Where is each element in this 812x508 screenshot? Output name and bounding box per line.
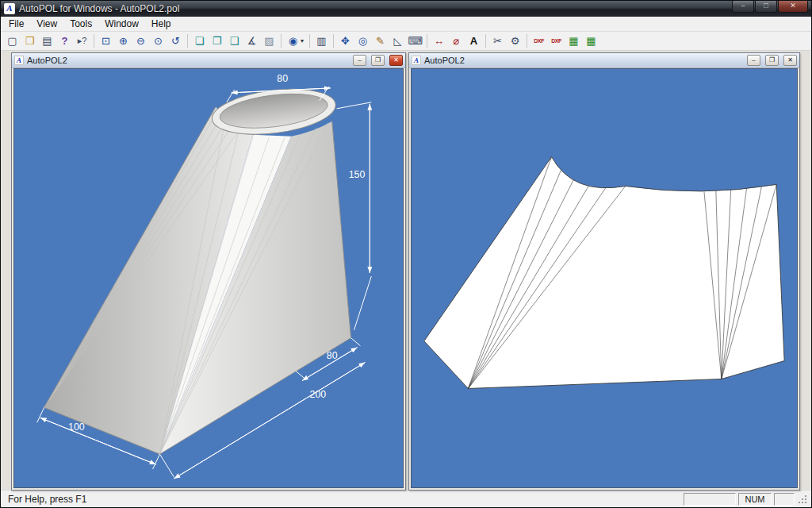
menu-help[interactable]: Help [145, 17, 178, 31]
minimize-button[interactable]: – [732, 1, 754, 13]
zoom-window-icon[interactable]: ⊡ [98, 33, 114, 49]
geometry-import-icon[interactable]: ▦ [583, 33, 599, 49]
child-flat-minimize-button[interactable]: – [747, 55, 760, 66]
toolbar-separator [94, 34, 94, 48]
status-bar: For Help, press F1 NUM [1, 490, 811, 507]
view-hidden-line-icon[interactable]: ❐ [209, 33, 225, 49]
menu-tools[interactable]: Tools [63, 17, 98, 31]
unfold-icon[interactable]: ✂ [489, 33, 506, 49]
window-title: AutoPOL for Windows - AutoPOL2.pol [19, 3, 728, 14]
menu-view[interactable]: View [30, 17, 63, 31]
resize-grip[interactable] [797, 493, 808, 506]
menu-bar: File View Tools Window Help [1, 17, 811, 32]
toolbar-separator [485, 34, 486, 48]
material-dropdown-arrow-icon[interactable]: ▾ [301, 37, 304, 44]
redraw-icon[interactable]: ↺ [167, 33, 184, 49]
child-3d-minimize-button[interactable]: – [353, 55, 366, 66]
toolbar-separator [281, 34, 282, 48]
child-flat-close-button[interactable]: ✕ [783, 55, 797, 66]
window-controls: – □ ✕ [732, 1, 808, 13]
child-flat-restore-button[interactable]: ❐ [765, 55, 779, 66]
toolbar-separator [187, 34, 188, 48]
help-icon[interactable]: ? [56, 33, 73, 49]
print-icon[interactable]: ▤ [39, 33, 56, 49]
flat-pattern [424, 157, 784, 389]
app-window: A AutoPOL for Windows - AutoPOL2.pol – □… [0, 0, 812, 508]
view-shaded-icon[interactable]: ❑ [226, 33, 243, 49]
dim-width: 100 [68, 421, 85, 433]
dim-length: 200 [310, 389, 327, 400]
dim-top-width: 80 [277, 73, 288, 84]
menu-window[interactable]: Window [98, 17, 145, 31]
maximize-button[interactable]: □ [755, 1, 777, 13]
child-flat-title-bar[interactable]: A AutoPOL2 – ❐ ✕ [409, 53, 799, 68]
app-logo-icon[interactable]: A [4, 3, 15, 14]
transition-model-3d [44, 83, 351, 455]
diameter-icon[interactable]: ⌀ [448, 33, 465, 49]
distance-icon[interactable]: ↔ [431, 33, 447, 49]
child-3d-title-bar[interactable]: A AutoPOL2 – ❐ ✕ [12, 53, 405, 68]
toolbar: ▢ ❒ ▤ ? ▸? ⊡ ⊕ ⊖ ⊙ ↺ ❏ ❐ ❑ ∡ ▨ ◉ ▾ ▥ ✥ ◎… [1, 32, 811, 51]
child-3d-close-button[interactable]: ✕ [389, 55, 403, 66]
dim-height: 150 [349, 169, 366, 180]
zoom-out-icon[interactable]: ⊖ [132, 33, 149, 49]
zoom-in-icon[interactable]: ⊕ [115, 33, 132, 49]
child-3d-restore-button[interactable]: ❐ [371, 55, 385, 66]
viewport-flat-client [411, 68, 798, 488]
new-document-icon[interactable]: ▢ [4, 33, 21, 49]
menu-file[interactable]: File [2, 17, 30, 31]
status-cell-empty-2 [774, 493, 795, 506]
close-button[interactable]: ✕ [778, 1, 808, 13]
pan-icon[interactable]: ✥ [337, 33, 354, 49]
sketch-icon[interactable]: ✎ [372, 33, 389, 49]
mdi-area: A AutoPOL2 – ❐ ✕ [1, 51, 811, 490]
keyboard-icon[interactable]: ⌨ [407, 33, 423, 49]
settings-icon[interactable]: ⚙ [507, 33, 523, 49]
zoom-extents-icon[interactable]: ⊙ [150, 33, 167, 49]
geometry-export-icon[interactable]: ▦ [565, 33, 582, 49]
viewport-3d[interactable]: 80 150 80 200 100 [14, 69, 403, 487]
dxf-export-icon[interactable]: DXF [530, 33, 547, 49]
eye-icon[interactable]: ◎ [354, 33, 371, 49]
status-cell-empty-1 [684, 493, 736, 506]
status-num-indicator: NUM [738, 493, 772, 506]
child-3d-title: AutoPOL2 [27, 56, 348, 65]
measure-angle-icon[interactable]: ∡ [243, 33, 260, 49]
viewport-flat-pattern[interactable] [412, 69, 797, 487]
open-folder-icon[interactable]: ❒ [21, 33, 38, 49]
child-flat-title: AutoPOL2 [424, 56, 742, 65]
toolbar-separator [527, 34, 527, 48]
toolbar-separator [309, 34, 310, 48]
toolbar-separator [427, 34, 427, 48]
flatten-icon[interactable]: ◺ [389, 33, 406, 49]
title-bar[interactable]: A AutoPOL for Windows - AutoPOL2.pol – □… [1, 1, 811, 17]
viewport-3d-client: 80 150 80 200 100 [13, 68, 404, 488]
toolbar-separator [333, 34, 334, 48]
view-wireframe-icon[interactable]: ❏ [191, 33, 208, 49]
material-icon[interactable]: ◉ [285, 33, 301, 49]
status-help-text: For Help, press F1 [4, 494, 681, 505]
dim-side: 80 [327, 350, 338, 361]
context-help-icon[interactable]: ▸? [74, 33, 90, 49]
child-flat-logo-icon: A [412, 56, 421, 65]
report-icon[interactable]: ▥ [313, 33, 330, 49]
child-3d-logo-icon: A [14, 56, 24, 65]
child-window-flat: A AutoPOL2 – ❐ ✕ [408, 52, 800, 491]
dxf-import-icon[interactable]: DXF [548, 33, 565, 49]
text-icon[interactable]: A [465, 33, 482, 49]
section-view-icon[interactable]: ▨ [261, 33, 278, 49]
child-window-3d: A AutoPOL2 – ❐ ✕ [11, 52, 406, 491]
